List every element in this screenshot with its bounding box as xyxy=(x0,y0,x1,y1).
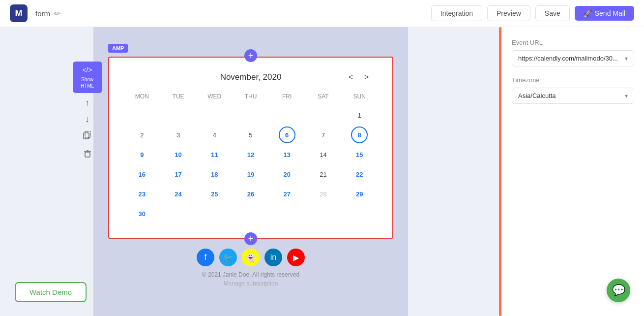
calendar-day xyxy=(242,205,259,222)
right-panel: Event URL https://calendly.com/mailmodo/… xyxy=(501,27,644,316)
main-layout: AMP + </> Show HTML ↑ ↓ xyxy=(0,27,644,316)
calendar: November, 2020 < > MONTUEWEDTHUFRISATSUN… xyxy=(114,63,387,233)
event-url-label: Event URL xyxy=(512,39,634,46)
calendar-grid: 1234567891011121314151617181920212223242… xyxy=(124,106,378,223)
calendar-day[interactable]: 26 xyxy=(242,186,259,202)
footer-copyright: © 2021 Janie Doe. All rights reserved xyxy=(202,271,299,278)
day-header: MON xyxy=(124,91,160,102)
chevron-down-icon-2: ▾ xyxy=(625,93,628,99)
twitter-icon[interactable]: 🐦 xyxy=(219,249,237,266)
calendar-day[interactable]: 8 xyxy=(351,126,368,143)
edit-icon[interactable]: ✏ xyxy=(54,9,60,18)
calendar-day[interactable]: 10 xyxy=(170,146,187,163)
svg-rect-2 xyxy=(85,152,90,157)
timezone-dropdown[interactable]: Asia/Calcutta ▾ xyxy=(512,88,634,104)
move-up-button[interactable]: ↑ xyxy=(84,97,90,109)
show-html-button[interactable]: </> Show HTML xyxy=(73,62,102,93)
email-preview: AMP + </> Show HTML ↑ ↓ xyxy=(93,27,408,316)
day-header: SUN xyxy=(341,91,378,102)
watch-demo-button[interactable]: Watch Demo xyxy=(15,282,87,302)
calendar-day xyxy=(279,107,295,124)
calendar-day xyxy=(351,205,368,222)
calendar-day[interactable]: 29 xyxy=(351,186,368,202)
calendar-next-button[interactable]: > xyxy=(359,71,374,84)
calendar-day[interactable]: 16 xyxy=(134,166,150,183)
calendar-day[interactable]: 22 xyxy=(351,166,368,183)
integration-button[interactable]: Integration xyxy=(431,5,482,21)
calendar-day xyxy=(170,107,187,124)
calendar-day xyxy=(315,205,331,222)
calendar-day[interactable]: 27 xyxy=(279,186,295,202)
canvas-area: AMP + </> Show HTML ↑ ↓ xyxy=(0,27,501,316)
calendar-day: 1 xyxy=(351,107,368,124)
timezone-value: Asia/Calcutta xyxy=(518,92,621,99)
preview-button[interactable]: Preview xyxy=(487,5,530,21)
code-icon: </> xyxy=(75,65,100,74)
duplicate-icon xyxy=(83,130,92,140)
snapchat-icon[interactable]: 👻 xyxy=(242,249,260,266)
calendar-day xyxy=(279,205,295,222)
calendar-day[interactable]: 12 xyxy=(242,146,259,163)
event-url-dropdown[interactable]: https://calendly.com/mailmodo/30... ▾ xyxy=(512,50,634,66)
calendar-day[interactable]: 6 xyxy=(279,126,295,143)
calendar-prev-button[interactable]: < xyxy=(344,71,358,84)
calendar-day: 5 xyxy=(242,126,259,143)
day-header: TUE xyxy=(160,91,197,102)
calendar-day: 2 xyxy=(134,126,150,143)
send-mail-button[interactable]: 🚀 Send Mail xyxy=(575,6,634,21)
social-icons-row: f 🐦 👻 in ▶ xyxy=(197,249,305,266)
logo: M xyxy=(10,4,28,22)
scroll-accent xyxy=(499,27,501,316)
calendar-block-wrapper: AMP + </> Show HTML ↑ ↓ xyxy=(108,57,393,239)
calendar-day[interactable]: 23 xyxy=(134,186,150,202)
linkedin-icon[interactable]: in xyxy=(264,249,282,266)
calendar-day[interactable]: 19 xyxy=(242,166,259,183)
day-header: SAT xyxy=(305,91,342,102)
calendar-day xyxy=(242,107,259,124)
calendar-day xyxy=(315,107,331,124)
save-button[interactable]: Save xyxy=(535,5,570,21)
svg-rect-0 xyxy=(84,133,89,139)
calendar-day[interactable]: 11 xyxy=(206,146,223,163)
manage-subscription-link[interactable]: Manage subscription xyxy=(224,280,278,287)
calendar-day xyxy=(134,107,150,124)
day-header: WED xyxy=(196,91,233,102)
calendar-day[interactable]: 24 xyxy=(170,186,187,202)
chat-bubble-button[interactable]: 💬 xyxy=(607,279,630,302)
calendar-day: 28 xyxy=(315,186,331,202)
calendar-day xyxy=(206,205,223,222)
calendar-day[interactable]: 17 xyxy=(170,166,187,183)
block-toolbar: </> Show HTML ↑ ↓ xyxy=(69,57,106,239)
calendar-day[interactable]: 25 xyxy=(206,186,223,202)
calendar-day xyxy=(170,205,187,222)
calendar-day[interactable]: 18 xyxy=(206,166,223,183)
calendar-header: November, 2020 < > xyxy=(124,72,378,82)
duplicate-button[interactable] xyxy=(82,129,93,144)
amp-badge: AMP xyxy=(108,44,128,53)
rocket-icon: 🚀 xyxy=(584,9,592,17)
event-url-value: https://calendly.com/mailmodo/30... xyxy=(518,55,621,62)
youtube-icon[interactable]: ▶ xyxy=(287,249,305,266)
day-header: FRI xyxy=(269,91,305,102)
move-down-button[interactable]: ↓ xyxy=(84,113,90,126)
calendar-day[interactable]: 9 xyxy=(134,146,150,163)
day-header: THU xyxy=(233,91,269,102)
add-block-bottom-button[interactable]: + xyxy=(244,232,257,245)
header: M form ✏ Integration Preview Save 🚀 Send… xyxy=(0,0,644,27)
calendar-day: 14 xyxy=(315,146,331,163)
calendar-day[interactable]: 30 xyxy=(134,205,150,222)
chevron-down-icon: ▾ xyxy=(625,55,628,62)
calendar-day[interactable]: 15 xyxy=(351,146,368,163)
form-title: form xyxy=(35,9,50,18)
svg-rect-1 xyxy=(85,131,90,137)
timezone-label: Timezone xyxy=(512,76,634,84)
calendar-day[interactable]: 20 xyxy=(279,166,295,183)
trash-icon xyxy=(83,149,92,158)
add-block-top-button[interactable]: + xyxy=(244,49,257,62)
facebook-icon[interactable]: f xyxy=(197,249,214,266)
calendar-block-selected[interactable]: November, 2020 < > MONTUEWEDTHUFRISATSUN… xyxy=(108,57,393,239)
calendar-day xyxy=(206,107,223,124)
calendar-month-year: November, 2020 xyxy=(124,72,378,82)
delete-button[interactable] xyxy=(82,148,93,162)
calendar-day[interactable]: 13 xyxy=(279,146,295,163)
